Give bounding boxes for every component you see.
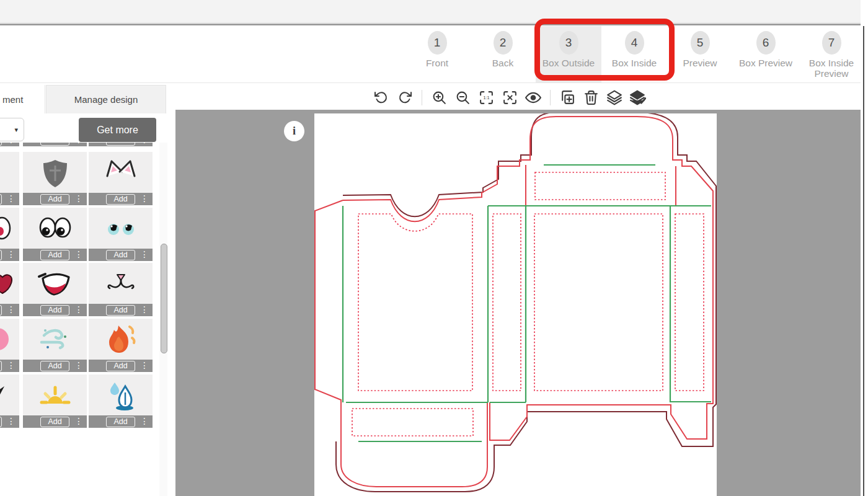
fire-thumbnail[interactable]: [89, 319, 153, 360]
wind-thumbnail[interactable]: [23, 319, 87, 360]
top-bar: [0, 0, 868, 23]
info-icon[interactable]: i: [284, 121, 304, 141]
laugh-mouth-thumbnail[interactable]: [23, 263, 87, 304]
add-button[interactable]: Add: [40, 194, 69, 205]
canvas-toolbar: 1:1: [373, 87, 646, 108]
step-box-outside[interactable]: 3 Box Outside: [536, 26, 601, 82]
kebab-menu-icon[interactable]: ⋮: [7, 416, 16, 426]
add-button[interactable]: Add: [0, 361, 2, 371]
sidebar-scrollbar-thumb[interactable]: [161, 244, 167, 353]
laugh-mouth-icon: [37, 266, 74, 301]
kebab-menu-icon[interactable]: ⋮: [140, 360, 149, 370]
step-back[interactable]: 2 Back: [470, 26, 536, 82]
step-number: 5: [691, 31, 710, 55]
kebab-menu-icon[interactable]: ⋮: [7, 143, 16, 144]
mouth-thumbnail[interactable]: [0, 263, 19, 304]
add-button[interactable]: Add: [40, 143, 69, 146]
add-button[interactable]: Add: [106, 361, 135, 371]
kebab-menu-icon[interactable]: ⋮: [7, 249, 16, 259]
top-bar-divider: [0, 24, 868, 25]
wind-icon: [37, 322, 74, 356]
cat-nose-whiskers-thumbnail[interactable]: [89, 263, 153, 304]
sparkle-eyes-thumbnail[interactable]: [89, 208, 153, 249]
googly-eyes-thumbnail[interactable]: [23, 208, 87, 249]
step-number: 4: [625, 31, 644, 55]
add-button[interactable]: Add: [0, 305, 2, 316]
tab-label: ment: [2, 94, 23, 105]
add-button[interactable]: Add: [0, 250, 2, 260]
kebab-menu-icon[interactable]: ⋮: [74, 249, 83, 259]
card-bar: Add ⋮: [0, 249, 19, 261]
step-box-inside-preview[interactable]: 7 Box Inside Preview: [799, 26, 864, 82]
step-preview[interactable]: 5 Preview: [667, 26, 733, 82]
kebab-menu-icon[interactable]: ⋮: [74, 193, 83, 203]
layers-icon[interactable]: [606, 89, 622, 105]
add-button[interactable]: Add: [106, 305, 135, 316]
add-button[interactable]: Add: [106, 417, 135, 427]
step-number: 2: [494, 31, 513, 55]
add-button[interactable]: Add: [0, 194, 2, 205]
tab-element[interactable]: ment: [0, 85, 45, 113]
category-dropdown[interactable]: ▾: [0, 118, 24, 141]
kebab-menu-icon[interactable]: ⋮: [7, 193, 16, 203]
water-drop-thumbnail[interactable]: [89, 374, 153, 415]
add-button[interactable]: Add: [106, 250, 135, 260]
layers-edit-icon[interactable]: [630, 89, 646, 105]
cat-ears-thumbnail[interactable]: [89, 152, 153, 193]
zoom-in-icon[interactable]: [431, 89, 447, 105]
get-more-button[interactable]: Get more: [79, 118, 156, 142]
add-button[interactable]: Add: [40, 417, 69, 427]
step-box-inside[interactable]: 4 Box Inside: [601, 26, 667, 82]
element-card: Add ⋮: [89, 143, 153, 146]
element-card: Add ⋮: [23, 208, 87, 261]
trash-icon[interactable]: [583, 89, 599, 105]
kebab-menu-icon[interactable]: ⋮: [140, 193, 149, 203]
kebab-menu-icon[interactable]: ⋮: [74, 416, 83, 426]
sun-thumbnail[interactable]: [23, 374, 87, 415]
workflow-steps: 1 Front 2 Back 3 Box Outside 4 Box Insid…: [404, 26, 868, 82]
add-button[interactable]: Add: [0, 143, 2, 146]
kebab-menu-icon[interactable]: ⋮: [140, 249, 149, 259]
undo-icon[interactable]: [373, 89, 389, 105]
eye-thumbnail[interactable]: [0, 208, 19, 249]
redo-icon[interactable]: [397, 89, 413, 105]
preview-eye-icon[interactable]: [525, 89, 541, 105]
kebab-menu-icon[interactable]: ⋮: [7, 360, 16, 370]
element-card: Add ⋮: [23, 143, 87, 146]
kebab-menu-icon[interactable]: ⋮: [7, 304, 16, 314]
sparkle-eyes-icon: [102, 211, 140, 246]
zoom-actual-icon[interactable]: 1:1: [478, 89, 494, 105]
kebab-menu-icon[interactable]: ⋮: [74, 304, 83, 314]
pink-circle-thumbnail[interactable]: [0, 319, 19, 360]
kebab-menu-icon[interactable]: ⋮: [140, 304, 149, 314]
toolbar-separator: [422, 90, 422, 105]
zoom-fit-icon[interactable]: [502, 89, 518, 105]
artboard[interactable]: [314, 113, 717, 496]
shield-thumbnail[interactable]: [23, 152, 87, 193]
step-box-preview[interactable]: 6 Box Preview: [733, 26, 799, 82]
asset-sidebar: ment Manage design ▾ Get more Add ⋮ Add …: [0, 84, 175, 496]
element-card: Add ⋮: [0, 319, 19, 372]
add-button[interactable]: Add: [40, 250, 69, 260]
add-button[interactable]: Add: [0, 417, 2, 427]
add-button[interactable]: Add: [106, 194, 135, 205]
card-bar: Add ⋮: [0, 304, 19, 316]
step-front[interactable]: 1 Front: [404, 26, 470, 82]
kebab-menu-icon[interactable]: ⋮: [140, 416, 149, 426]
add-button[interactable]: Add: [40, 305, 69, 316]
kebab-menu-icon[interactable]: ⋮: [74, 143, 83, 144]
design-canvas[interactable]: i: [175, 110, 861, 496]
element-thumbnail[interactable]: [0, 152, 19, 193]
kebab-menu-icon[interactable]: ⋮: [140, 143, 149, 144]
tab-manage-design[interactable]: Manage design: [46, 85, 166, 113]
duplicate-icon[interactable]: [559, 89, 575, 105]
add-button[interactable]: Add: [106, 143, 135, 146]
element-card: Add ⋮: [23, 152, 87, 205]
kebab-menu-icon[interactable]: ⋮: [74, 360, 83, 370]
step-number: 1: [428, 31, 447, 55]
fire-icon: [102, 322, 140, 356]
black-shape-thumbnail[interactable]: [0, 374, 19, 415]
add-button[interactable]: Add: [40, 361, 69, 371]
zoom-out-icon[interactable]: [454, 89, 471, 105]
element-card: Add ⋮: [89, 374, 153, 428]
